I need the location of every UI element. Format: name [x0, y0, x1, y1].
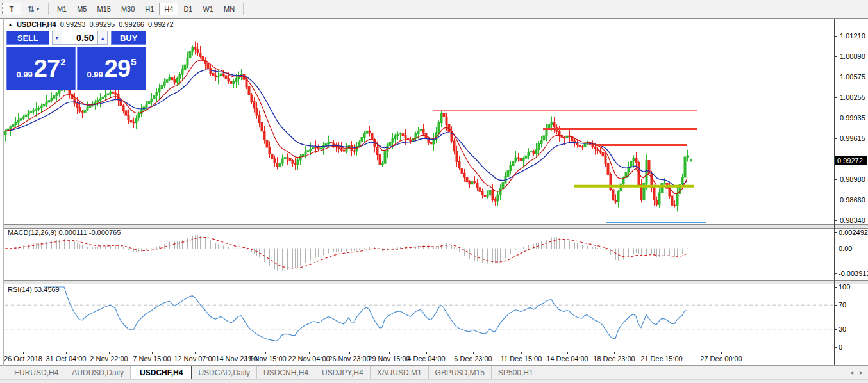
high-value: 0.99295: [89, 20, 115, 28]
price-tick-label: 1.00575: [840, 73, 865, 81]
rsi-indicator-label: RSI(14) 53.4569: [8, 286, 60, 293]
time-tick-label: 11 Dec 15:00: [501, 355, 542, 363]
sell-price-panel[interactable]: 0.99 27 2: [6, 47, 76, 90]
chart-tab-eurusd-h4[interactable]: EURUSD,H4: [8, 366, 65, 379]
price-tick-mark: [835, 97, 837, 98]
macd-tick-label: -0.003913: [839, 270, 868, 277]
timeframe-button-mn[interactable]: MN: [219, 3, 240, 15]
collapse-triangle-icon[interactable]: ▲: [8, 22, 13, 28]
rsi-tick-label: 30: [839, 325, 846, 333]
symbol-period-label: USDCHF,H4: [17, 20, 56, 28]
chart-left-border: [3, 18, 4, 366]
time-tick-mark: [309, 352, 310, 354]
time-tick-mark: [614, 352, 615, 354]
timeframe-button-m15[interactable]: M15: [92, 3, 115, 15]
time-tick-mark: [349, 352, 350, 354]
toolbar-separator: [243, 3, 244, 15]
scroll-left-icon[interactable]: ◂: [850, 369, 853, 376]
timeframe-button-m1[interactable]: M1: [52, 3, 72, 15]
time-tick-mark: [237, 352, 237, 354]
time-tick-label: 27 Dec 00:00: [700, 355, 742, 363]
current-price-badge: 0.99272: [835, 156, 867, 165]
cursor-arrows-icon: ⇅: [28, 4, 35, 14]
time-tick-mark: [152, 352, 153, 354]
cursor-tool-button[interactable]: ⇅ ▾: [22, 3, 44, 15]
time-tick-mark: [521, 352, 522, 354]
time-tick-mark: [567, 352, 568, 354]
toolbar-separator: [48, 3, 49, 15]
chart-top-border: [0, 18, 868, 19]
chart-tab-usdchf-h4[interactable]: USDCHF,H4: [131, 366, 192, 379]
price-tick-label: 0.99935: [840, 114, 865, 122]
chart-tab-usdcnh-h4[interactable]: USDCNH,H4: [257, 366, 315, 379]
buy-button[interactable]: BUY: [111, 31, 146, 45]
price-tick-mark: [835, 138, 837, 139]
price-tick-label: 0.98980: [840, 175, 865, 183]
rsi-tick-label: 70: [839, 301, 846, 309]
low-value: 0.99266: [119, 20, 144, 28]
rsi-tick-mark: [835, 347, 837, 348]
price-tick-mark: [835, 179, 837, 180]
timeframe-button-d1[interactable]: D1: [178, 3, 197, 15]
time-tick-mark: [389, 352, 390, 354]
macd-tick-label: 0.00: [839, 245, 852, 252]
macd-tick-mark: [835, 273, 837, 274]
price-tick-mark: [835, 56, 837, 57]
time-tick-label: 26 Nov 23:00: [328, 355, 370, 363]
time-tick-mark: [66, 352, 67, 354]
chart-tab-xauusd-m1[interactable]: XAUUSD,M1: [371, 366, 429, 379]
chart-tab-sp500-h1[interactable]: SP500,H1: [492, 366, 540, 379]
time-tick-label: 7 Nov 15:00: [133, 355, 171, 363]
open-value: 0.99293: [60, 20, 86, 28]
time-tick-mark: [426, 352, 427, 354]
chart-tab-bar: EURUSD,H4AUDUSD,DailyUSDCHF,H4USDCAD,Dai…: [0, 366, 868, 379]
buy-price-panel[interactable]: 0.99 29 5: [77, 47, 146, 90]
timeframe-button-w1[interactable]: W1: [197, 3, 219, 15]
timeframe-buttons: M1M5M15M30H1H4D1W1MN: [52, 3, 240, 15]
price-tick-label: 0.98340: [840, 216, 865, 224]
time-axis-border: [4, 352, 868, 352]
time-tick-mark: [109, 352, 110, 354]
chart-tab-gbpusd-m15[interactable]: GBPUSD,M15: [429, 366, 492, 379]
macd-tick-mark: [835, 249, 837, 249]
time-tick-mark: [473, 352, 474, 354]
price-tick-mark: [835, 77, 837, 77]
panel-splitter-macd[interactable]: [4, 224, 868, 229]
volume-input[interactable]: 0.50: [62, 31, 98, 45]
price-tick-label: 0.98660: [840, 196, 865, 204]
buy-price-pip-digit: 5: [131, 56, 136, 67]
volume-decrease-button[interactable]: ▼: [52, 31, 62, 45]
macd-tick-label: 0.002492: [839, 229, 868, 236]
panel-splitter-rsi[interactable]: [4, 280, 868, 284]
volume-increase-button[interactable]: ▲: [97, 31, 108, 45]
time-tick-label: 26 Oct 2018: [4, 355, 42, 363]
time-tick-label: 14 Dec 04:00: [546, 355, 588, 363]
time-tick-label: 12 Nov 07:00: [174, 355, 215, 363]
sell-price-pip-digit: 2: [60, 56, 65, 67]
rsi-tick-mark: [835, 329, 837, 330]
price-tick-mark: [835, 220, 837, 221]
timeframe-button-h4[interactable]: H4: [159, 3, 178, 15]
time-tick-mark: [265, 352, 266, 354]
rsi-tick-mark: [835, 305, 837, 306]
chart-tab-usdcad-daily[interactable]: USDCAD,Daily: [192, 366, 257, 379]
timeframe-button-m30[interactable]: M30: [116, 3, 140, 15]
chart-tab-audusd-daily[interactable]: AUDUSD,Daily: [65, 366, 131, 379]
text-tool-button[interactable]: T: [2, 3, 21, 15]
time-tick-label: 2 Nov 22:00: [90, 355, 128, 363]
price-scale-divider: [834, 19, 835, 365]
sell-price-prefix: 0.99: [17, 70, 33, 79]
close-value: 0.99272: [148, 20, 174, 28]
mt4-window: T ⇅ ▾ M1M5M15M30H1H4D1W1MN ▲ USDCHF,H4 0…: [0, 0, 868, 383]
time-tick-label: 31 Oct 04:00: [46, 355, 87, 363]
time-tick-label: 6 Dec 23:00: [454, 355, 492, 363]
macd-indicator-label: MACD(12,26,9) 0.000111 -0.000765: [8, 229, 121, 236]
timeframe-button-m5[interactable]: M5: [72, 3, 92, 15]
price-tick-label: 1.00890: [840, 53, 865, 60]
time-tick-label: 22 Nov 04:00: [288, 355, 330, 363]
sell-button[interactable]: SELL: [6, 31, 49, 45]
scroll-right-icon[interactable]: ▸: [860, 369, 863, 376]
chart-tab-usdjpy-h4[interactable]: USDJPY,H4: [315, 366, 370, 379]
timeframe-button-h1[interactable]: H1: [140, 3, 159, 15]
time-tick-label: 18 Dec 23:00: [593, 355, 635, 363]
